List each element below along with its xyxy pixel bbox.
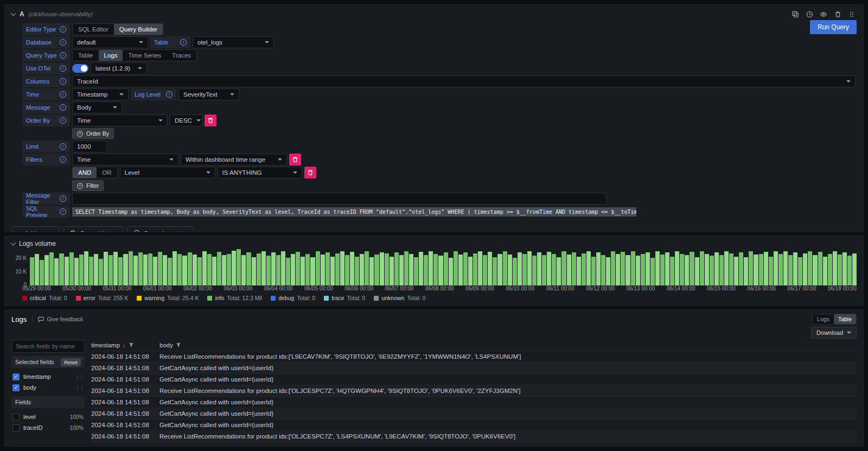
info-icon[interactable]: i xyxy=(180,39,187,46)
add-filter-button[interactable]: + Filter xyxy=(72,180,104,191)
log-row[interactable]: 2024-06-18 14:51:08Receive ListRecommend… xyxy=(91,385,857,397)
field-level[interactable]: level100% xyxy=(11,411,85,422)
table-select[interactable]: otel_logs xyxy=(193,36,274,48)
reset-fields-button[interactable]: Reset xyxy=(61,358,81,366)
query-type-group-table[interactable]: Table xyxy=(73,50,99,61)
info-icon[interactable]: i xyxy=(60,117,66,124)
filter-funnel-icon[interactable] xyxy=(129,342,134,348)
info-icon[interactable]: i xyxy=(60,26,66,33)
collapse-chevron-icon[interactable] xyxy=(11,240,16,246)
collapse-chevron-icon[interactable] xyxy=(11,11,16,16)
checkbox-checked[interactable]: ✓ xyxy=(12,384,20,391)
order-by-field-select[interactable]: Time xyxy=(72,115,168,126)
legend-item-unknown[interactable]: unknownTotal: 0 xyxy=(374,295,425,301)
selected-field-timestamp[interactable]: ✓timestamp⋮⋮ xyxy=(11,371,85,382)
filter2-field-select[interactable]: Level xyxy=(120,167,215,179)
query-type-group-time-series[interactable]: Time Series xyxy=(123,50,167,61)
checkbox-checked[interactable]: ✓ xyxy=(12,373,20,380)
info-icon[interactable]: i xyxy=(60,39,66,46)
info-icon[interactable]: i xyxy=(60,143,66,150)
volume-bar xyxy=(394,252,399,285)
legend-item-error[interactable]: errorTotal: 255 K xyxy=(76,295,129,301)
info-icon[interactable]: i xyxy=(60,52,66,59)
bool-operator-group-or[interactable]: OR xyxy=(97,167,117,178)
col-timestamp-label[interactable]: timestamp xyxy=(91,342,120,348)
duplicate-query-icon[interactable] xyxy=(790,9,800,19)
log-row[interactable]: 2024-06-18 14:51:08GetCartAsync called w… xyxy=(91,420,857,431)
message-filter-input[interactable] xyxy=(72,193,607,205)
limit-input[interactable] xyxy=(72,141,107,153)
give-feedback-link[interactable]: Give feedback xyxy=(38,316,83,322)
remove-order-by-button[interactable] xyxy=(205,115,216,126)
log-row[interactable]: 2024-06-18 14:51:08Receive ListRecommend… xyxy=(91,351,857,363)
drag-handle-icon[interactable]: ⋮⋮ xyxy=(75,385,84,391)
selected-field-body[interactable]: ✓body⋮⋮ xyxy=(11,382,85,393)
run-query-button[interactable]: Run Query xyxy=(810,20,857,34)
query-history-button[interactable]: Query history xyxy=(63,226,123,232)
info-icon[interactable]: i xyxy=(60,195,66,202)
database-select[interactable]: default xyxy=(72,36,148,48)
log-row[interactable]: 2024-06-18 14:51:08GetCartAsync called w… xyxy=(91,397,857,408)
info-icon[interactable]: i xyxy=(60,104,66,111)
editor-type-group-sql-editor[interactable]: SQL Editor xyxy=(73,24,114,35)
info-icon[interactable]: i xyxy=(60,91,66,98)
delete-query-icon[interactable] xyxy=(833,9,843,19)
remove-filter2-button[interactable] xyxy=(304,167,316,179)
filter-funnel-icon[interactable] xyxy=(176,342,181,348)
legend-item-debug[interactable]: debugTotal: 0 xyxy=(271,295,315,301)
legend-item-trace[interactable]: traceTotal: 0 xyxy=(324,295,365,301)
use-otel-toggle[interactable] xyxy=(72,64,88,73)
add-order-by-button[interactable]: + Order By xyxy=(72,128,114,139)
query-history-icon[interactable] xyxy=(805,9,814,19)
log-row[interactable]: 2024-06-18 14:51:08GetCartAsync called w… xyxy=(91,408,857,420)
checkbox-unchecked[interactable] xyxy=(12,414,20,421)
volume-plot xyxy=(30,249,857,285)
volume-bar xyxy=(513,258,517,285)
sort-desc-icon[interactable]: ↓ xyxy=(123,342,126,348)
columns-select[interactable]: TraceId xyxy=(72,75,856,87)
drag-handle-icon[interactable] xyxy=(847,9,857,19)
search-fields-input[interactable] xyxy=(11,340,85,353)
volume-legend: criticalTotal: 0errorTotal: 255 Kwarning… xyxy=(22,293,857,303)
volume-bar xyxy=(685,255,689,285)
field-traceID[interactable]: traceID100% xyxy=(11,422,85,433)
time-column-select[interactable]: Timestamp xyxy=(72,88,129,100)
legend-item-warning[interactable]: warningTotal: 25.4 K xyxy=(137,295,199,301)
logs-table-view-toggle-logs[interactable]: Logs xyxy=(813,314,834,324)
legend-item-info[interactable]: infoTotal: 12.3 Mil xyxy=(207,295,262,301)
logs-table-view-toggle-table[interactable]: Table xyxy=(834,314,856,324)
query-type-group-traces[interactable]: Traces xyxy=(167,50,196,61)
filter-operator-select[interactable]: Within dashboard time range xyxy=(181,154,287,166)
info-icon[interactable]: i xyxy=(60,208,66,215)
filter2-operator-select[interactable]: IS ANYTHING xyxy=(218,167,302,179)
filter-field-select[interactable]: Time xyxy=(72,154,178,166)
remove-filter-button[interactable] xyxy=(289,154,301,166)
query-inspector-button[interactable]: i Query inspector xyxy=(127,226,194,232)
log-row[interactable]: 2024-06-18 14:51:08Receive ListRecommend… xyxy=(91,442,857,443)
info-icon[interactable]: i xyxy=(60,78,66,85)
add-query-button[interactable]: + Add query xyxy=(11,226,59,232)
volume-bar xyxy=(429,251,433,285)
checkbox-unchecked[interactable] xyxy=(12,424,20,431)
info-icon[interactable]: i xyxy=(60,156,66,163)
info-icon[interactable]: i xyxy=(60,65,66,72)
log-row[interactable]: 2024-06-18 14:51:08GetCartAsync called w… xyxy=(91,374,857,385)
legend-item-critical[interactable]: criticalTotal: 0 xyxy=(22,295,67,301)
log-level-select[interactable]: SeverityText xyxy=(178,88,239,100)
log-row[interactable]: 2024-06-18 14:51:08GetCartAsync called w… xyxy=(91,363,857,374)
message-column-select[interactable]: Body xyxy=(72,101,122,113)
info-icon[interactable]: i xyxy=(166,91,173,98)
download-button[interactable]: Download xyxy=(811,327,857,339)
volume-bar xyxy=(369,257,374,285)
query-type-group-logs[interactable]: Logs xyxy=(99,50,123,61)
drag-handle-icon[interactable]: ⋮⋮ xyxy=(75,374,84,380)
editor-type-group-query-builder[interactable]: Query Builder xyxy=(114,24,163,35)
bool-operator-group-and[interactable]: AND xyxy=(73,167,97,178)
volume-bar xyxy=(84,251,88,285)
col-body-label[interactable]: body xyxy=(159,342,173,348)
order-direction-select[interactable]: DESC xyxy=(170,115,202,126)
volume-bar xyxy=(690,252,694,285)
hide-response-eye-icon[interactable] xyxy=(819,9,828,19)
otel-version-select[interactable]: latest (1.2.9) xyxy=(91,62,147,74)
log-row[interactable]: 2024-06-18 14:51:08Receive ListRecommend… xyxy=(91,431,857,442)
